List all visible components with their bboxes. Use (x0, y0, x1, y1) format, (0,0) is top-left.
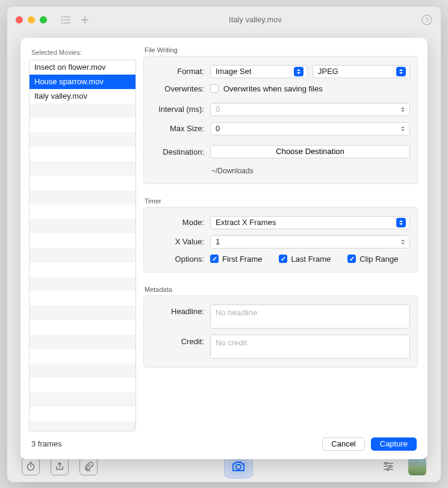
svg-point-3 (61, 16, 62, 17)
xvalue-label: X Value: (151, 237, 210, 246)
credit-label: Credit: (151, 335, 210, 346)
stepper-arrows-icon[interactable] (399, 126, 407, 131)
svg-point-5 (61, 22, 62, 23)
chevron-updown-icon (396, 218, 406, 227)
thumbnail[interactable] (408, 457, 426, 475)
share-icon[interactable] (51, 457, 69, 475)
first-frame-option[interactable]: First Frame (210, 255, 262, 264)
section-title: Metadata (143, 286, 418, 293)
overwrites-label: Overwrites: (151, 84, 210, 93)
mode-select[interactable]: Extract X Frames (210, 216, 410, 229)
svg-point-19 (387, 468, 389, 471)
movie-list[interactable]: Insect on flower.mov House sparrow.mov I… (29, 60, 136, 431)
svg-point-17 (389, 465, 391, 468)
clip-range-option[interactable]: Clip Range (347, 255, 398, 264)
clip-range-checkbox[interactable] (347, 255, 356, 263)
format-select[interactable]: Image Set (210, 65, 308, 78)
svg-text:?: ? (425, 16, 429, 23)
list-item[interactable]: Insect on flower.mov (30, 60, 135, 75)
last-frame-checkbox[interactable] (279, 255, 287, 263)
attach-icon[interactable] (79, 457, 98, 475)
stepper-arrows-icon[interactable] (399, 107, 407, 112)
frame-count: 3 frames (31, 439, 62, 448)
headline-field[interactable] (210, 304, 410, 329)
zoom-button[interactable] (40, 16, 47, 23)
options-label: Options: (151, 255, 210, 264)
sidebar-header: Selected Movies: (29, 46, 136, 60)
svg-point-4 (61, 19, 62, 20)
titlebar: Italy valley.mov ? (7, 7, 441, 33)
list-icon[interactable] (61, 16, 71, 24)
main-window: Italy valley.mov ? Selected Movies: (7, 7, 441, 482)
help-icon[interactable]: ? (422, 14, 432, 25)
file-writing-section: File Writing Format: Image Set JPEG (143, 46, 418, 184)
xvalue-stepper[interactable]: 1 (210, 235, 410, 249)
last-frame-option[interactable]: Last Frame (279, 255, 331, 264)
metadata-section: Metadata Headline: Credit: (143, 286, 418, 368)
mode-label: Mode: (151, 218, 210, 227)
timer-section: Timer Mode: Extract X Frames (143, 197, 418, 273)
headline-label: Headline: (151, 304, 210, 316)
svg-point-13 (236, 465, 241, 469)
format-label: Format: (151, 67, 210, 76)
close-button[interactable] (16, 16, 23, 23)
sheet-footer: 3 frames Cancel Capture (20, 431, 428, 459)
minimize-button[interactable] (28, 16, 35, 23)
list-item[interactable]: House sparrow.mov (30, 75, 135, 89)
section-title: Timer (143, 197, 418, 205)
overwrites-text: Overwrites when saving files (223, 84, 323, 93)
interval-stepper[interactable]: 0 (210, 103, 410, 116)
window-title: Italy valley.mov (89, 15, 422, 24)
interval-label: Interval (ms): (151, 105, 210, 114)
credit-field[interactable] (210, 335, 410, 359)
traffic-lights (16, 16, 89, 24)
sliders-icon[interactable] (379, 457, 397, 475)
overwrites-checkbox[interactable] (210, 84, 219, 93)
capture-sheet: Selected Movies: Insect on flower.mov Ho… (20, 38, 428, 459)
destination-path: ~/Downloads (210, 167, 410, 175)
chevron-updown-icon (396, 67, 406, 76)
maxsize-stepper[interactable]: 0 (210, 122, 410, 135)
first-frame-checkbox[interactable] (210, 255, 219, 263)
choose-destination-button[interactable]: Choose Destination (210, 145, 410, 158)
list-item[interactable]: Italy valley.mov (30, 89, 135, 103)
movies-sidebar: Selected Movies: Insect on flower.mov Ho… (29, 46, 136, 431)
format-type-select[interactable]: JPEG (313, 65, 410, 78)
timer-icon[interactable] (22, 457, 40, 475)
cancel-button[interactable]: Cancel (322, 437, 364, 451)
plus-icon[interactable] (81, 16, 89, 24)
chevron-updown-icon (294, 67, 303, 76)
svg-point-15 (385, 462, 387, 465)
stepper-arrows-icon[interactable] (399, 239, 407, 244)
capture-button[interactable]: Capture (371, 437, 417, 451)
section-title: File Writing (143, 46, 418, 54)
destination-label: Destination: (151, 145, 210, 156)
maxsize-label: Max Size: (151, 124, 210, 133)
